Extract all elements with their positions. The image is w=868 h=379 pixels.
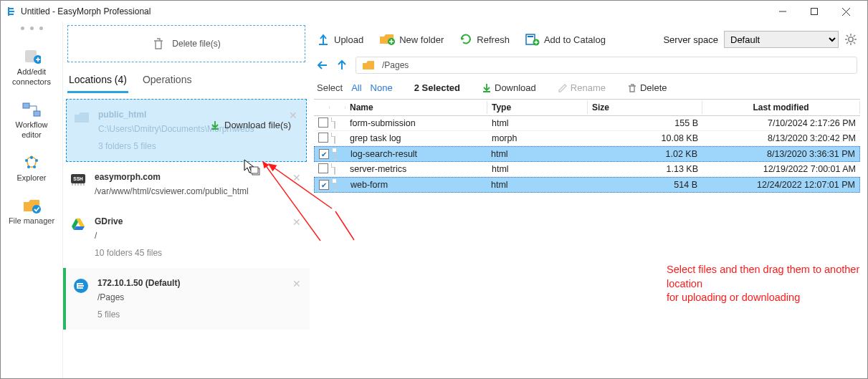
row-checkbox[interactable]	[318, 133, 328, 143]
file-toolbar: Upload New folder Refresh Add to Catalog…	[314, 27, 860, 55]
annotation-text: Select files and then drag them to anoth…	[667, 263, 867, 305]
overflow-dots[interactable]	[21, 27, 43, 30]
location-close-button[interactable]: ✕	[292, 216, 301, 228]
upload-icon	[317, 33, 330, 46]
col-modified[interactable]: Last modified	[702, 101, 860, 114]
workflow-icon	[22, 100, 41, 119]
ssh-icon: SSH	[70, 172, 86, 188]
folder-icon	[74, 110, 90, 125]
svg-point-9	[30, 156, 33, 159]
nav-connectors[interactable]: Add/edit connectors	[1, 40, 62, 93]
rename-button[interactable]: Rename	[558, 82, 606, 93]
upload-button[interactable]: Upload	[317, 33, 363, 46]
table-row[interactable]: ✔web-formhtml514 B12/24/2022 12:07:01 PM	[314, 177, 860, 193]
svg-point-12	[27, 165, 30, 168]
location-item-easymorph[interactable]: SSH easymorph.com /var/www/html/csviewer…	[63, 162, 310, 206]
file-table: Name Type Size Last modified form-submis…	[314, 99, 860, 193]
download-button[interactable]: Download	[482, 82, 536, 93]
window-title: Untitled - EasyMorph Professional	[21, 6, 151, 16]
col-name[interactable]: Name	[345, 101, 487, 114]
delete-dropzone-label: Delete file(s)	[172, 39, 220, 49]
nav-label: Workflow	[15, 120, 47, 129]
window-minimize-button[interactable]	[767, 1, 798, 22]
nav-file-manager[interactable]: File manager	[1, 189, 62, 232]
window-close-button[interactable]	[830, 1, 862, 22]
file-manager-icon	[22, 196, 41, 215]
location-path: /var/www/html/csviewer.com/public_html	[95, 186, 301, 196]
nav-label: File manager	[9, 216, 54, 225]
file-name: server-metrics	[345, 163, 487, 175]
app-window: Untitled - EasyMorph Professional Add/ed…	[0, 0, 868, 379]
select-label: Select	[317, 82, 343, 93]
server-space-label: Server space	[663, 34, 718, 45]
row-checkbox[interactable]: ✔	[319, 180, 329, 190]
gear-icon	[844, 33, 857, 46]
folder-icon	[362, 60, 375, 70]
svg-text:SSH: SSH	[73, 176, 83, 181]
delete-dropzone[interactable]: Delete file(s)	[67, 25, 305, 62]
file-modified: 7/10/2024 2:17:26 PM	[702, 117, 860, 129]
nav-workflow-editor[interactable]: Workflow editor	[1, 93, 62, 146]
col-size[interactable]: Size	[588, 101, 702, 114]
explorer-icon	[22, 153, 41, 172]
table-row[interactable]: grep task logmorph10.08 KB8/13/2020 3:20…	[314, 131, 860, 146]
file-icon	[334, 117, 335, 129]
nav-label: Explorer	[17, 173, 47, 182]
table-row[interactable]: server-metricshtml1.13 KB12/19/2022 7:00…	[314, 162, 860, 177]
svg-point-14	[32, 205, 41, 214]
connectors-icon	[22, 47, 41, 66]
server-space-select[interactable]: Default	[724, 31, 839, 48]
table-row[interactable]: ✔log-search-resulthtml1.02 KB8/13/2020 3…	[314, 146, 860, 162]
tab-locations[interactable]: Locations (4)	[67, 69, 128, 93]
location-counts: 5 files	[97, 310, 301, 320]
add-to-catalog-button[interactable]: Add to Catalog	[525, 33, 606, 46]
trash-icon	[627, 83, 637, 93]
new-folder-button[interactable]: New folder	[379, 33, 444, 46]
nav-label-2: editor	[22, 130, 42, 139]
refresh-icon	[459, 33, 472, 46]
location-item-gdrive[interactable]: GDrive / 10 folders 45 files ✕	[63, 206, 310, 268]
file-icon	[334, 133, 335, 144]
file-modified: 8/13/2020 3:36:31 PM	[702, 148, 859, 160]
file-type: html	[487, 117, 588, 129]
svg-rect-7	[23, 103, 29, 108]
tab-operations[interactable]: Operations	[141, 69, 193, 93]
table-row[interactable]: form-submissionhtml155 B7/10/2024 2:17:2…	[314, 116, 860, 131]
file-modified: 12/24/2022 12:07:01 PM	[702, 179, 859, 191]
new-folder-icon	[379, 33, 395, 46]
nav-up-button[interactable]	[337, 59, 347, 71]
path-field[interactable]: /Pages	[356, 57, 857, 74]
window-maximize-button[interactable]	[798, 1, 830, 22]
location-close-button[interactable]: ✕	[292, 278, 301, 289]
location-path: /Pages	[97, 292, 301, 302]
file-modified: 8/13/2020 3:20:42 PM	[702, 133, 860, 144]
select-none-link[interactable]: None	[371, 82, 393, 93]
settings-button[interactable]	[844, 33, 857, 46]
refresh-button[interactable]: Refresh	[459, 33, 510, 46]
nav-back-button[interactable]	[317, 60, 328, 70]
row-checkbox[interactable]	[318, 163, 328, 173]
download-hint: Download file(s)	[210, 120, 291, 130]
server-icon	[73, 278, 89, 294]
gdrive-icon	[70, 216, 86, 232]
select-all-link[interactable]: All	[351, 82, 361, 93]
nav-explorer[interactable]: Explorer	[1, 146, 62, 189]
title-bar: Untitled - EasyMorph Professional	[1, 1, 867, 22]
row-checkbox[interactable]: ✔	[319, 149, 329, 159]
download-hint-label: Download file(s)	[224, 120, 291, 130]
file-name: log-search-result	[346, 148, 487, 160]
location-path: /	[95, 231, 301, 241]
table-header: Name Type Size Last modified	[314, 100, 860, 116]
svg-rect-8	[34, 111, 40, 116]
file-panel: Upload New folder Refresh Add to Catalog…	[310, 22, 867, 378]
location-item-server[interactable]: 172.10.1.50 (Default) /Pages 5 files ✕	[63, 268, 310, 330]
location-close-button[interactable]: ✕	[289, 110, 297, 121]
row-checkbox[interactable]	[318, 117, 328, 128]
file-icon	[335, 148, 336, 160]
file-size: 1.13 KB	[588, 163, 702, 175]
location-close-button[interactable]: ✕	[292, 172, 301, 183]
delete-button[interactable]: Delete	[627, 82, 667, 93]
svg-rect-21	[528, 36, 533, 37]
col-type[interactable]: Type	[487, 101, 588, 114]
location-item-public-html[interactable]: public_html C:\Users\Dmitry\Documents\Mo…	[66, 99, 307, 162]
